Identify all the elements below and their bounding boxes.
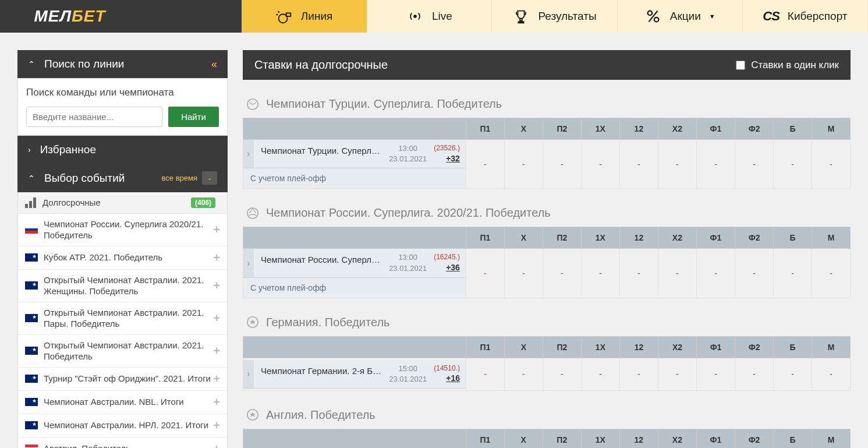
expand-button[interactable]: ›	[243, 249, 254, 277]
plus-icon[interactable]: +	[213, 251, 220, 264]
odd-cell[interactable]: -	[466, 358, 504, 390]
favorites-header[interactable]: › Избранное	[17, 136, 228, 164]
col-header: Ф2	[735, 336, 774, 358]
odd-cell[interactable]: -	[658, 249, 696, 298]
search-panel-header[interactable]: ⌃ Поиск по линии «	[17, 50, 228, 78]
percent-icon	[644, 8, 662, 25]
more-bets-link[interactable]: +36	[446, 263, 460, 272]
list-item[interactable]: Открытый Чемпионат Австралии. 2021. Пары…	[18, 302, 227, 335]
nav-esports[interactable]: CS Киберспорт	[743, 0, 868, 33]
expand-button[interactable]: ›	[243, 140, 254, 168]
odd-cell[interactable]: -	[505, 358, 543, 390]
odd-cell[interactable]: -	[812, 140, 851, 189]
search-button[interactable]: Найти	[168, 107, 219, 127]
odd-cell[interactable]: -	[735, 140, 774, 189]
bet-table: П1XП21X12X2Ф1Ф2БМ›Кубок Англии. 2020/21.…	[243, 429, 851, 448]
more-bets-link[interactable]: +32	[446, 154, 460, 163]
plus-icon[interactable]: +	[213, 372, 220, 386]
col-header: X2	[658, 336, 696, 358]
odd-cell[interactable]: -	[774, 249, 812, 298]
odd-cell[interactable]: -	[504, 249, 543, 298]
svg-marker-13	[250, 412, 255, 417]
collapse-icon[interactable]: «	[211, 58, 217, 70]
col-header: Ф2	[735, 227, 774, 249]
odd-cell[interactable]: -	[504, 140, 543, 189]
event-title: Чемпионат Германии. 2-я Б…	[254, 360, 382, 388]
chevron-down-icon: ⌄	[202, 171, 217, 185]
nav-promo[interactable]: Акции ▼	[618, 0, 743, 33]
nav-live[interactable]: Live	[367, 0, 492, 33]
odd-cell[interactable]: -	[466, 140, 504, 189]
logo[interactable]: МЕЛБЕТ	[0, 0, 140, 33]
list-item[interactable]: Открытый Чемпионат Австралии. 2021. Женщ…	[18, 270, 227, 302]
odd-cell[interactable]: -	[581, 249, 619, 298]
trophy-icon	[512, 8, 530, 25]
main-header: Ставки на долгосрочные Ставки в один кли…	[243, 50, 851, 80]
odd-cell[interactable]: -	[581, 140, 619, 189]
plus-icon[interactable]: +	[213, 396, 220, 409]
category-longterm[interactable]: Долгосрочные (406)	[18, 192, 227, 214]
odd-cell[interactable]: -	[466, 249, 504, 298]
odd-cell[interactable]: -	[619, 358, 658, 390]
col-header: 12	[619, 227, 658, 249]
expand-button[interactable]: ›	[243, 360, 254, 388]
search-input[interactable]	[26, 107, 162, 127]
odd-cell[interactable]: -	[658, 140, 696, 189]
odd-cell[interactable]: -	[735, 358, 774, 390]
svg-point-5	[647, 11, 652, 16]
col-header: П2	[543, 227, 581, 249]
odd-cell[interactable]: -	[696, 249, 735, 298]
odd-cell[interactable]: -	[619, 249, 658, 298]
nav-line[interactable]: Линия	[242, 0, 367, 33]
search-panel: Поиск команды или чемпионата Найти	[17, 78, 228, 136]
odd-cell[interactable]: -	[774, 140, 812, 189]
odd-cell[interactable]: -	[543, 358, 581, 390]
odd-cell[interactable]: -	[696, 140, 735, 189]
flag-au-icon	[25, 314, 38, 322]
list-item[interactable]: Чемпионат Австралии. NBL. Итоги+	[18, 391, 227, 414]
odd-cell[interactable]: -	[619, 140, 658, 189]
svg-point-3	[276, 14, 278, 16]
odd-cell[interactable]: -	[812, 358, 851, 390]
event-title: Чемпионат России. Суперл…	[254, 249, 382, 277]
col-header: Ф1	[696, 227, 735, 249]
odd-cell[interactable]: -	[658, 358, 696, 390]
events-header[interactable]: ⌃ Выбор событий все время ⌄	[17, 164, 228, 192]
bet-table: П1XП21X12X2Ф1Ф2БМ›Чемпионат Турции. Супе…	[243, 118, 851, 189]
bet-group: Германия. ПобедительП1XП21X12X2Ф1Ф2БМ›Че…	[243, 316, 851, 391]
col-header: Ф2	[735, 118, 774, 140]
event-datetime: 15:0023.01.2021	[382, 360, 434, 388]
odd-cell[interactable]: -	[543, 249, 581, 298]
nav-results[interactable]: Результаты	[492, 0, 617, 33]
list-item[interactable]: Турнир "Стэйт оф Ориджин". 2021. Итоги+	[18, 368, 227, 391]
list-item[interactable]: Чемпионат России. Суперлига 2020/21. Поб…	[18, 214, 227, 246]
odd-cell[interactable]: -	[735, 249, 774, 298]
one-click-checkbox[interactable]	[736, 61, 745, 70]
more-bets-link[interactable]: +16	[446, 373, 460, 383]
odd-cell[interactable]: -	[774, 358, 812, 390]
odd-cell[interactable]: -	[696, 358, 735, 390]
col-header: П2	[543, 429, 581, 448]
col-header: П1	[466, 429, 504, 448]
plus-icon[interactable]: +	[213, 344, 220, 358]
live-icon	[406, 8, 424, 25]
plus-icon[interactable]: +	[213, 419, 220, 432]
col-header: М	[812, 336, 851, 358]
plus-icon[interactable]: +	[213, 312, 220, 325]
flag-au-icon	[25, 281, 38, 290]
odd-cell[interactable]: -	[581, 358, 619, 390]
odd-cell[interactable]: -	[812, 249, 851, 298]
col-header: М	[812, 429, 850, 448]
list-item[interactable]: Чемпионат Австралии. НРЛ. 2021. Итоги+	[18, 414, 227, 438]
list-item[interactable]: Кубок ATP. 2021. Победитель+	[18, 246, 227, 270]
col-header: М	[812, 118, 851, 140]
plus-icon[interactable]: +	[213, 442, 220, 449]
chevron-up-icon: ⌃	[28, 59, 35, 69]
plus-icon[interactable]: +	[213, 223, 220, 237]
plus-icon[interactable]: +	[213, 279, 220, 292]
odd-cell[interactable]: -	[543, 140, 581, 189]
list-item[interactable]: Открытый Чемпионат Австралии. 2021. Побе…	[18, 335, 227, 368]
list-item[interactable]: Австрия. Победитель+	[18, 438, 227, 449]
one-click-toggle[interactable]: Ставки в один клик	[736, 59, 839, 71]
time-filter[interactable]: все время ⌄	[162, 171, 217, 185]
